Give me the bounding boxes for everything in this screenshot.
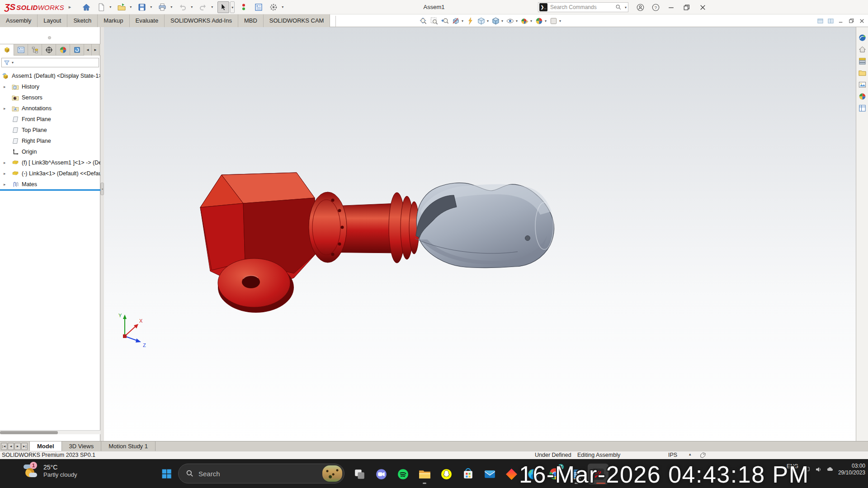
doc-minimize-icon[interactable] bbox=[838, 18, 844, 24]
expand-arrow[interactable]: ▸ bbox=[4, 84, 8, 89]
hide-show-items-icon[interactable] bbox=[505, 16, 515, 26]
search-dropdown-caret[interactable]: ▾ bbox=[623, 5, 628, 9]
notepad-taskbar-icon[interactable] bbox=[566, 464, 587, 484]
panel-splitter[interactable] bbox=[100, 27, 104, 442]
new-document-dropdown-caret[interactable]: ▾ bbox=[108, 5, 113, 9]
weather-widget[interactable]: 1 25°C Partly cloudy bbox=[24, 463, 77, 479]
tray-date[interactable]: 29/10/2023 bbox=[838, 469, 865, 476]
snapchat-taskbar-icon[interactable] bbox=[436, 464, 457, 484]
options-dropdown-caret[interactable]: ▾ bbox=[280, 5, 285, 9]
print-button[interactable] bbox=[156, 1, 168, 13]
tray-time[interactable]: 03:00 bbox=[838, 463, 865, 469]
expand-arrow[interactable]: ▸ bbox=[4, 171, 8, 176]
units-label[interactable]: IPS bbox=[668, 452, 677, 458]
open-button[interactable] bbox=[116, 1, 127, 13]
tray-region[interactable]: IN bbox=[787, 469, 798, 476]
file-explorer-icon[interactable] bbox=[857, 68, 868, 78]
ribbon-tab-solidworks-add-ins[interactable]: SOLIDWORKS Add-Ins bbox=[165, 14, 238, 27]
edit-appearance-icon[interactable] bbox=[519, 16, 529, 26]
fm-tabs-scroll-left[interactable]: ◄ bbox=[84, 44, 92, 56]
menu-expand-arrow[interactable]: ▸ bbox=[69, 4, 71, 10]
onedrive-icon[interactable] bbox=[826, 466, 834, 473]
section-view-icon[interactable] bbox=[451, 16, 461, 26]
doc-tab-motion-study-1[interactable]: Motion Study 1 bbox=[101, 441, 156, 451]
spotify-taskbar-icon[interactable] bbox=[392, 464, 413, 484]
doc-tab-3d-views[interactable]: 3D Views bbox=[62, 441, 102, 451]
fm-tabs-scroll-right[interactable]: ► bbox=[92, 44, 99, 56]
edge-taskbar-icon[interactable] bbox=[523, 464, 543, 484]
view-orientation-icon[interactable] bbox=[476, 16, 486, 26]
splitter-grip[interactable] bbox=[100, 183, 104, 195]
tab-last-button[interactable]: ►| bbox=[21, 443, 28, 450]
home-button[interactable] bbox=[80, 1, 92, 13]
section-view-dropdown-caret[interactable]: ▾ bbox=[462, 19, 463, 23]
speaker-icon[interactable] bbox=[815, 466, 822, 473]
ribbon-tab-sketch[interactable]: Sketch bbox=[67, 14, 98, 27]
save-dropdown-caret[interactable]: ▾ bbox=[149, 5, 153, 9]
tree-item[interactable]: ▸History bbox=[0, 81, 100, 92]
save-button[interactable] bbox=[136, 1, 148, 13]
view-settings-icon[interactable] bbox=[548, 16, 558, 26]
custom-properties-icon[interactable] bbox=[857, 103, 868, 113]
units-caret-icon[interactable]: ▴ bbox=[689, 452, 691, 456]
gray-link3a-part[interactable] bbox=[415, 183, 554, 268]
expand-arrow[interactable]: ▸ bbox=[4, 106, 8, 111]
taskbar-search[interactable]: Search bbox=[178, 464, 344, 483]
appearances-scenes-icon[interactable] bbox=[857, 91, 868, 102]
system-tray[interactable]: ENG IN 03:00 29/10/2023 bbox=[787, 463, 865, 476]
ribbon-tab-layout[interactable]: Layout bbox=[38, 14, 67, 27]
red-link3b-part[interactable] bbox=[200, 173, 419, 313]
fm-tab-cam-feature-tree[interactable] bbox=[70, 44, 84, 56]
tree-filter-box[interactable]: ▾ bbox=[1, 58, 99, 67]
tree-item[interactable]: ▸(-) Link3a<1> (Default) <<Defaul bbox=[0, 168, 100, 179]
hide-show-items-dropdown-caret[interactable]: ▾ bbox=[516, 19, 518, 23]
print-dropdown-caret[interactable]: ▾ bbox=[169, 5, 174, 9]
display-icon[interactable] bbox=[803, 466, 810, 473]
help-icon[interactable]: ? bbox=[651, 3, 660, 12]
view-settings-dropdown-caret[interactable]: ▾ bbox=[559, 19, 561, 23]
3dexperience-icon[interactable] bbox=[857, 33, 868, 43]
tree-item[interactable]: Right Plane bbox=[0, 136, 100, 146]
tree-item[interactable]: Top Plane bbox=[0, 125, 100, 136]
mail-taskbar-icon[interactable] bbox=[479, 464, 500, 484]
close-button[interactable] bbox=[698, 3, 707, 12]
tree-root-item[interactable]: Assem1 (Default) <Display State-1> bbox=[0, 70, 100, 81]
ribbon-tab-solidworks-cam[interactable]: SOLIDWORKS CAM bbox=[264, 14, 330, 27]
tab-next-button[interactable]: ► bbox=[14, 443, 21, 450]
tree-item[interactable]: ▸AAnnotations bbox=[0, 103, 100, 114]
ribbon-tab-mbd[interactable]: MBD bbox=[238, 14, 264, 27]
start-button[interactable] bbox=[160, 467, 173, 480]
filter-dropdown-caret[interactable]: ▾ bbox=[10, 61, 15, 65]
doc-tab-model[interactable]: Model bbox=[29, 441, 62, 451]
zoom-to-area-icon[interactable] bbox=[429, 16, 439, 26]
file-properties-button[interactable] bbox=[253, 1, 264, 13]
tag-icon[interactable] bbox=[700, 452, 706, 458]
apply-scene-icon[interactable] bbox=[534, 16, 544, 26]
fm-tab-dimxpertmanager[interactable] bbox=[42, 44, 56, 56]
split-window-icon[interactable] bbox=[827, 18, 834, 24]
doc-restore-icon[interactable] bbox=[848, 18, 855, 24]
open-dropdown-caret[interactable]: ▾ bbox=[128, 5, 133, 9]
select-button[interactable] bbox=[217, 1, 229, 13]
restore-button[interactable] bbox=[682, 3, 691, 12]
filter-funnel-icon[interactable] bbox=[4, 60, 10, 66]
tab-first-button[interactable]: |◄ bbox=[1, 443, 7, 450]
fm-tab-featuremanager-design-tree[interactable] bbox=[0, 44, 14, 56]
panel-horizontal-scrollbar[interactable] bbox=[0, 430, 100, 434]
fm-tab-propertymanager[interactable] bbox=[14, 44, 28, 56]
redo-dropdown-caret[interactable]: ▾ bbox=[210, 5, 214, 9]
teams-taskbar-icon[interactable] bbox=[371, 464, 392, 484]
options-button[interactable] bbox=[268, 1, 279, 13]
search-commands-box[interactable]: ❯_ Search Commands ▾ bbox=[538, 2, 628, 12]
expand-arrow[interactable]: ▸ bbox=[4, 160, 8, 165]
search-icon[interactable] bbox=[615, 4, 622, 10]
rollback-bar[interactable] bbox=[0, 189, 100, 191]
graphics-area[interactable]: Y X Z bbox=[104, 27, 856, 442]
xpress-products-button[interactable] bbox=[238, 1, 250, 13]
previous-view-icon[interactable] bbox=[440, 16, 450, 26]
ribbon-tab-markup[interactable]: Markup bbox=[98, 14, 129, 27]
display-style-icon[interactable] bbox=[491, 16, 500, 26]
minimize-button[interactable] bbox=[666, 3, 675, 12]
tree-item[interactable]: ▸(f) [ Link3b^Assem1 ]<1> -> (Def bbox=[0, 157, 100, 168]
file-explorer-taskbar-icon[interactable] bbox=[414, 464, 435, 484]
